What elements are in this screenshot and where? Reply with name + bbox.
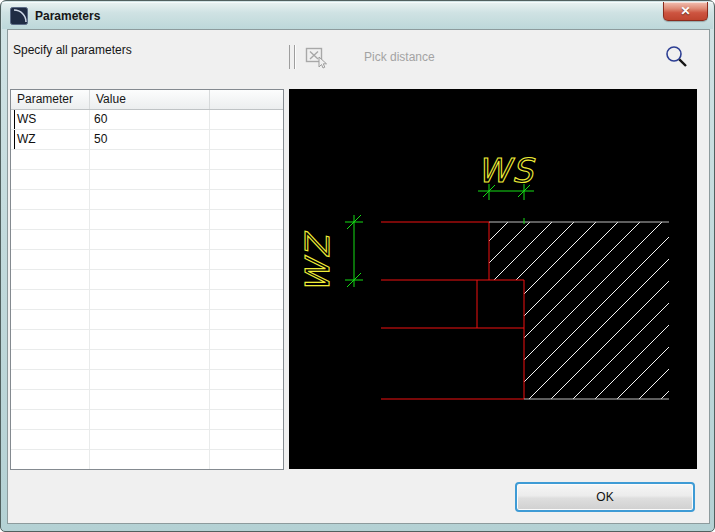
parameter-value-cell [90, 290, 210, 309]
parameter-name-cell [11, 410, 90, 429]
parameter-row[interactable]: WZ50 [11, 130, 283, 150]
parameter-value-cell[interactable]: 50 [90, 130, 210, 149]
cad-preview[interactable]: WSWZ [289, 89, 697, 469]
parameter-value-cell [90, 230, 210, 249]
empty-row [11, 410, 283, 430]
extra-cell [210, 150, 283, 169]
instruction-label: Specify all parameters [13, 43, 132, 57]
parameter-name-cell [11, 290, 90, 309]
extra-cell [210, 330, 283, 349]
pick-distance-label: Pick distance [364, 50, 435, 64]
toolbar-separator [289, 45, 295, 69]
extra-cell [210, 430, 283, 449]
row-marker [14, 110, 15, 129]
extra-cell [210, 310, 283, 329]
empty-row [11, 150, 283, 170]
extra-cell [210, 170, 283, 189]
extra-cell [210, 290, 283, 309]
parameter-value-cell [90, 430, 210, 449]
extra-cell [210, 210, 283, 229]
parameter-name-cell [11, 450, 90, 469]
empty-row [11, 170, 283, 190]
column-header-parameter: Parameter [11, 90, 90, 109]
parameter-value-cell [90, 150, 210, 169]
empty-row [11, 330, 283, 350]
parameter-value-cell [90, 350, 210, 369]
empty-row [11, 190, 283, 210]
parameter-value-cell [90, 170, 210, 189]
parameter-value-cell [90, 410, 210, 429]
parameter-table: Parameter Value WS60WZ50 [10, 89, 284, 470]
empty-row [11, 210, 283, 230]
parameter-name-cell [11, 270, 90, 289]
parameter-name-cell [11, 390, 90, 409]
column-header-extra [210, 90, 283, 109]
parameter-value-cell [90, 330, 210, 349]
parameter-name-cell [11, 250, 90, 269]
parameter-name-cell [11, 230, 90, 249]
pick-distance-button[interactable] [304, 46, 332, 70]
parameter-row[interactable]: WS60 [11, 110, 283, 130]
extra-cell [210, 410, 283, 429]
dialog-client-area: Specify all parameters Pick distance Par… [7, 29, 710, 524]
parameter-value-cell [90, 210, 210, 229]
magnifier-icon [663, 45, 691, 71]
parameter-name-cell: WS [11, 110, 90, 129]
parameter-value-cell [90, 370, 210, 389]
svg-text:WZ: WZ [298, 231, 337, 293]
parameter-value-cell [90, 390, 210, 409]
extra-cell [210, 190, 283, 209]
empty-row [11, 390, 283, 410]
parameter-name-cell [11, 150, 90, 169]
empty-row [11, 430, 283, 450]
empty-row [11, 370, 283, 390]
extra-cell [210, 450, 283, 469]
extra-cell [210, 390, 283, 409]
ok-button[interactable]: OK [515, 482, 695, 512]
parameter-name-cell [11, 330, 90, 349]
parameter-name-cell [11, 430, 90, 449]
parameter-name-cell: WZ [11, 130, 90, 149]
row-marker [14, 130, 15, 149]
parameter-value-cell [90, 270, 210, 289]
parameter-value-cell [90, 450, 210, 469]
empty-row [11, 290, 283, 310]
extra-cell [210, 230, 283, 249]
title-bar[interactable]: Parameters ✕ [2, 2, 713, 29]
parameters-dialog: Parameters ✕ Specify all parameters Pick… [0, 0, 715, 532]
parameter-value-cell [90, 310, 210, 329]
zoom-button[interactable] [663, 45, 691, 71]
parameter-name-cell [11, 170, 90, 189]
parameter-name-cell [11, 310, 90, 329]
extra-cell [210, 370, 283, 389]
empty-row [11, 270, 283, 290]
empty-row [11, 250, 283, 270]
svg-text:WS: WS [477, 151, 536, 190]
parameter-name-cell [11, 190, 90, 209]
table-header: Parameter Value [11, 90, 283, 110]
app-icon[interactable] [10, 7, 28, 25]
parameter-name-cell [11, 350, 90, 369]
window-title: Parameters [35, 9, 100, 23]
empty-row [11, 310, 283, 330]
parameter-name-cell [11, 210, 90, 229]
cad-drawing: WSWZ [289, 89, 697, 469]
extra-cell [210, 270, 283, 289]
close-button[interactable]: ✕ [663, 2, 708, 21]
extra-cell [210, 110, 283, 129]
pick-in-drawing-icon [304, 46, 332, 70]
parameter-name-cell [11, 370, 90, 389]
parameter-value-cell [90, 190, 210, 209]
empty-row [11, 350, 283, 370]
extra-cell [210, 350, 283, 369]
extra-cell [210, 250, 283, 269]
empty-row [11, 450, 283, 470]
table-body: WS60WZ50 [11, 110, 283, 470]
column-header-value: Value [90, 90, 210, 109]
extra-cell [210, 130, 283, 149]
parameter-value-cell [90, 250, 210, 269]
parameter-value-cell[interactable]: 60 [90, 110, 210, 129]
close-icon: ✕ [680, 4, 690, 18]
empty-row [11, 230, 283, 250]
